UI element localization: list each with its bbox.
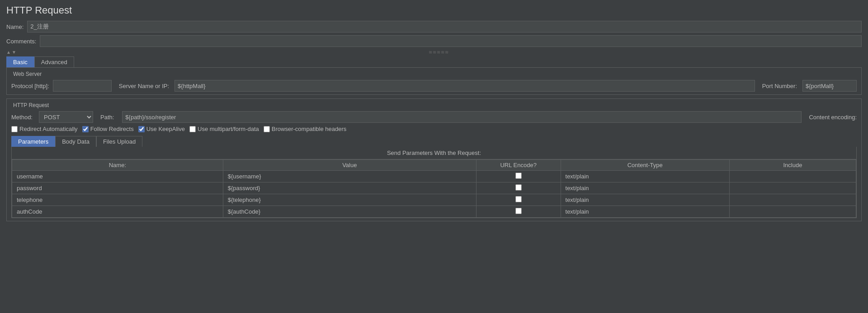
drag-dots: ≋≋≋≋≋ xyxy=(16,50,862,55)
redirect-auto-label: Redirect Automatically xyxy=(19,126,78,132)
urlencode-checkbox-0[interactable] xyxy=(515,173,522,179)
urlencode-checkbox-2[interactable] xyxy=(515,196,522,202)
use-multipart-checkbox[interactable] xyxy=(189,126,196,132)
urlencode-checkbox-3[interactable] xyxy=(515,208,522,214)
sub-tab-files-upload[interactable]: Files Upload xyxy=(96,136,142,147)
row-include xyxy=(729,206,856,218)
row-include xyxy=(729,171,856,182)
page-title: HTTP Request xyxy=(6,5,862,16)
col-header-value: Value xyxy=(223,160,476,171)
path-input[interactable] xyxy=(122,111,802,123)
tab-basic[interactable]: Basic xyxy=(6,56,34,67)
server-row: Protocol [http]: Server Name or IP: Port… xyxy=(11,80,857,92)
row-include xyxy=(729,182,856,194)
table-row: password ${password} text/plain xyxy=(12,182,856,194)
row-urlencode xyxy=(476,206,561,218)
col-header-contenttype: Content-Type xyxy=(561,160,729,171)
params-header: Send Parameters With the Request: xyxy=(12,147,856,159)
row-value: ${telephone} xyxy=(223,194,476,206)
method-select[interactable]: POST GET PUT DELETE HEAD OPTIONS PATCH xyxy=(39,111,93,123)
row-contenttype: text/plain xyxy=(561,182,729,194)
http-row: Method: POST GET PUT DELETE HEAD OPTIONS… xyxy=(11,111,857,123)
checkbox-redirect-auto: Redirect Automatically xyxy=(11,126,78,132)
table-row: authCode ${authCode} text/plain xyxy=(12,206,856,218)
port-label: Port Number: xyxy=(762,83,797,89)
row-urlencode xyxy=(476,182,561,194)
row-name: username xyxy=(12,171,223,182)
web-server-title: Web Server xyxy=(11,71,43,77)
follow-redirects-label: Follow Redirects xyxy=(90,126,134,132)
row-name: authCode xyxy=(12,206,223,218)
server-name-input[interactable] xyxy=(175,80,755,92)
web-server-section: Web Server Protocol [http]: Server Name … xyxy=(6,67,862,95)
sub-tab-body-data[interactable]: Body Data xyxy=(55,136,96,147)
sub-tabs-row: Parameters Body Data Files Upload xyxy=(11,136,857,147)
content-encoding-label: Content encoding: xyxy=(809,114,857,121)
row-value: ${password} xyxy=(223,182,476,194)
checkboxes-row: Redirect Automatically Follow Redirects … xyxy=(11,126,857,132)
row-urlencode xyxy=(476,194,561,206)
collapse-arrows[interactable]: ▲▼ xyxy=(6,50,16,55)
use-keepalive-label: Use KeepAlive xyxy=(146,126,185,132)
page-container: HTTP Request Name: Comments: ▲▼ ≋≋≋≋≋ Ba… xyxy=(0,0,868,229)
col-header-name: Name: xyxy=(12,160,223,171)
method-label: Method: xyxy=(11,114,33,121)
row-contenttype: text/plain xyxy=(561,194,729,206)
checkbox-follow-redirects: Follow Redirects xyxy=(82,126,134,132)
row-include xyxy=(729,194,856,206)
comments-label: Comments: xyxy=(6,38,36,45)
main-tabs-row: Basic Advanced xyxy=(6,56,862,67)
name-input[interactable] xyxy=(27,21,862,33)
row-contenttype: text/plain xyxy=(561,171,729,182)
server-name-label: Server Name or IP: xyxy=(119,83,169,89)
browser-compat-label: Browser-compatible headers xyxy=(272,126,346,132)
http-request-title: HTTP Request xyxy=(11,102,51,108)
params-container: Send Parameters With the Request: Name: … xyxy=(11,147,857,218)
comments-input[interactable] xyxy=(40,35,862,47)
checkbox-use-keepalive: Use KeepAlive xyxy=(138,126,185,132)
table-row: username ${username} text/plain xyxy=(12,171,856,182)
row-value: ${username} xyxy=(223,171,476,182)
row-name: telephone xyxy=(12,194,223,206)
follow-redirects-checkbox[interactable] xyxy=(82,126,89,132)
table-row: telephone ${telephone} text/plain xyxy=(12,194,856,206)
name-row: Name: xyxy=(6,21,862,33)
col-header-include: Include xyxy=(729,160,856,171)
sub-tab-parameters[interactable]: Parameters xyxy=(11,136,55,147)
use-keepalive-checkbox[interactable] xyxy=(138,126,145,132)
checkbox-browser-compat: Browser-compatible headers xyxy=(264,126,346,132)
use-multipart-label: Use multipart/form-data xyxy=(198,126,259,132)
http-request-section: HTTP Request Method: POST GET PUT DELETE… xyxy=(6,98,862,221)
comments-row: Comments: xyxy=(6,35,862,47)
row-urlencode xyxy=(476,171,561,182)
row-contenttype: text/plain xyxy=(561,206,729,218)
col-header-urlencode: URL Encode? xyxy=(476,160,561,171)
name-label: Name: xyxy=(6,23,24,30)
params-table: Name: Value URL Encode? Content-Type Inc… xyxy=(12,159,856,218)
row-name: password xyxy=(12,182,223,194)
tab-advanced[interactable]: Advanced xyxy=(34,56,74,67)
table-header-row: Name: Value URL Encode? Content-Type Inc… xyxy=(12,160,856,171)
protocol-label: Protocol [http]: xyxy=(11,83,49,89)
browser-compat-checkbox[interactable] xyxy=(264,126,270,132)
path-label: Path: xyxy=(100,114,114,121)
redirect-auto-checkbox[interactable] xyxy=(11,126,18,132)
row-value: ${authCode} xyxy=(223,206,476,218)
port-input[interactable] xyxy=(802,80,857,92)
protocol-input[interactable] xyxy=(53,80,112,92)
urlencode-checkbox-1[interactable] xyxy=(515,184,522,191)
checkbox-use-multipart: Use multipart/form-data xyxy=(189,126,259,132)
resize-handle-row: ▲▼ ≋≋≋≋≋ xyxy=(6,50,862,55)
